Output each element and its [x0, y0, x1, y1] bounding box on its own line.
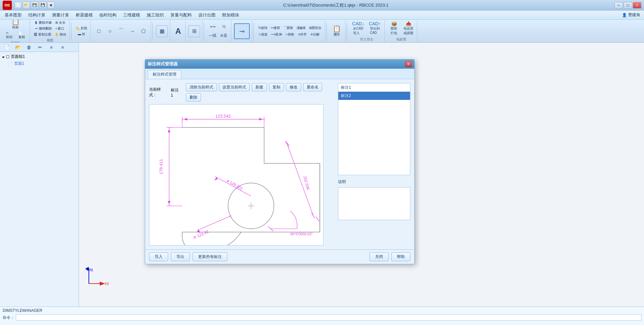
save-btn[interactable]: 💾 [31, 2, 38, 9]
align-btn[interactable]: ≡对齐 [296, 32, 308, 37]
help-btn[interactable]: 帮助 [391, 252, 410, 261]
unpack-btn[interactable]: 📤 包还原成原图 [402, 20, 415, 36]
rectangle-tool[interactable]: □ [93, 27, 104, 36]
style-list-item-1[interactable]: 标注2 [338, 92, 410, 100]
menu-construction[interactable]: 施工组织 [143, 11, 167, 19]
saveas-btn[interactable]: 💾 [39, 2, 46, 9]
export-btn[interactable]: 导出 [171, 252, 190, 261]
dialog-footer: 导入 导出 更新所有标注 关闭 帮助 [145, 249, 414, 264]
hatch-tool[interactable]: ▦ [156, 25, 168, 37]
minimize-btn[interactable]: − [614, 2, 623, 9]
tree-root[interactable]: ▸ ☐ 页面组1 [1, 53, 77, 60]
cad-label: 导入导出 [360, 37, 373, 42]
style-list[interactable]: 标注1 标注2 [338, 83, 410, 175]
dialog-tab-main[interactable]: 标注样式管理 [148, 70, 181, 79]
close-btn[interactable]: × [633, 2, 641, 9]
tree-root-icon: ▸ [3, 55, 5, 59]
new-style-btn[interactable]: 新建 [252, 83, 267, 91]
copy-btn[interactable]: 📄复制 [16, 31, 28, 40]
clear-style-btn[interactable]: 清除当前样式 [186, 83, 217, 91]
circle-tool[interactable]: ○ [105, 27, 115, 36]
explode-btn[interactable]: ✳分解 [309, 32, 321, 37]
delete-obj-btn[interactable]: 🗑 删除对象 [33, 20, 53, 26]
close-btn[interactable]: 关闭 [370, 252, 389, 261]
align-left-btn[interactable]: ≡ [46, 43, 57, 52]
menu-design-drawing[interactable]: 设计出图 [195, 11, 219, 19]
properties-btn[interactable]: 📋 属性 [330, 24, 343, 38]
active-dim-btn[interactable]: ⊸ [234, 23, 250, 39]
polyline-btn[interactable]: 📐 折线 [75, 25, 89, 31]
tree-root-checkbox[interactable]: ☐ [6, 55, 10, 59]
description-label: 说明 [338, 179, 410, 185]
style-list-item-0[interactable]: 标注1 [338, 83, 410, 92]
undo-delete-btn[interactable]: ↩ 撤销删除 [34, 26, 53, 32]
modify-style-btn[interactable]: 修改 [286, 83, 301, 91]
offset-btn[interactable]: ⇶偏移 [295, 25, 307, 31]
align-dim-btn[interactable]: ⟺ [207, 22, 218, 31]
set-current-btn[interactable]: 设置当前样式 [219, 83, 250, 91]
arrow-tool[interactable]: → [127, 27, 138, 36]
menu-structural[interactable]: 结构计算 [25, 11, 49, 19]
copy-bitmap-btn[interactable]: 🖼 复制位图 [33, 32, 53, 37]
canvas-area[interactable]: X(E) Y(N) 标注样式管理器 × 标注样式管理 当前样式： 标注1 [79, 43, 644, 307]
diameter-dim-btn[interactable]: ⊘直 [219, 31, 229, 40]
rename-style-btn[interactable]: 重命名 [303, 83, 322, 91]
arc-tool[interactable]: ⌒ [116, 27, 126, 36]
rect-btn[interactable]: ▬ 矩 [76, 31, 88, 37]
radius-dim-btn[interactable]: ½ [219, 22, 229, 31]
cut-btn[interactable]: ✂剪切 [3, 31, 15, 40]
dropdown-btn[interactable]: ▼ [47, 2, 55, 9]
dialog-content: 当前样式： 标注1 清除当前样式 设置当前样式 新建 复制 修改 重命名 删除 [145, 79, 414, 249]
dialog-titlebar: 标注样式管理器 × [145, 59, 414, 69]
table-tool[interactable]: ⊞ [188, 25, 200, 37]
view-group: 🗑 删除对象 ⊞ 全全 ↩ 撤销删除 ▪ 窗口 🖼 复制位图 ✋ 拖动 视图 [31, 20, 70, 42]
tree-page1[interactable]: 📄 页面1 [7, 60, 77, 67]
command-input[interactable] [16, 314, 641, 321]
svg-text:X(E): X(E) [105, 282, 109, 286]
group-btn[interactable]: ⊞图组合 [308, 25, 323, 31]
window-btn[interactable]: ▪ 窗口 [54, 26, 66, 32]
fullview-btn[interactable]: ⊞ 全全 [54, 20, 67, 26]
rotate-btn[interactable]: ↻旋转 [257, 25, 269, 31]
delete-page-btn[interactable]: 🗑 [24, 43, 34, 52]
svg-text:60°0'0000.02": 60°0'0000.02" [290, 232, 313, 236]
maximize-btn[interactable]: □ [624, 2, 632, 9]
export-cad-btn[interactable]: CAD↑ 导出到CAD [367, 20, 383, 36]
menu-addon[interactable]: 附加模块 [219, 11, 243, 19]
current-style-value: 标注1 [171, 87, 181, 98]
scale-btn[interactable]: ⤡缩放 [257, 32, 269, 37]
trim-btn[interactable]: ✂修剪 [270, 25, 281, 31]
active-dim-group: ⊸ [232, 20, 252, 42]
extend-btn[interactable]: ⟶延伸 [270, 32, 283, 37]
text-tool[interactable]: A [173, 27, 183, 36]
import-btn[interactable]: 导入 [149, 252, 168, 261]
drag-btn[interactable]: ✋ 拖动 [53, 32, 67, 37]
menu-bridge[interactable]: 桥梁建模 [72, 11, 96, 19]
align-right-btn[interactable]: ≡ [57, 43, 68, 52]
fillet-btn[interactable]: ⌒圆角 [282, 25, 295, 31]
tree-area: ▸ ☐ 页面组1 📄 页面1 [0, 52, 79, 307]
polygon-tool[interactable]: ⬠ [138, 27, 149, 36]
linear-dim-btn[interactable]: —线 [207, 31, 218, 40]
command-label: 命令： [3, 315, 14, 320]
update-all-btn[interactable]: 更新所有标注 [193, 252, 227, 261]
new-page-btn[interactable]: 📄 [1, 43, 12, 52]
pack-btn[interactable]: 📦 图形打包 [387, 20, 400, 36]
paste-btn[interactable]: 📋 粘贴 [9, 20, 22, 31]
import-cad-btn[interactable]: CAD↓ 从CAD导入 [350, 20, 366, 36]
menu-basic-shapes[interactable]: 基本图形 [1, 11, 25, 19]
title-bar: RB 📄 📂 💾 💾 ▼ C:\Users\hai07\Documents\工程… [0, 0, 644, 11]
open-page-btn[interactable]: 📂 [13, 43, 23, 52]
menu-quantity[interactable]: 算量与配料 [167, 11, 195, 19]
chamfer-btn[interactable]: ⌐倒角 [284, 32, 296, 37]
delete-style-btn[interactable]: 删除 [186, 93, 201, 102]
open-btn[interactable]: 📂 [23, 2, 30, 9]
description-box[interactable] [338, 187, 410, 220]
copy-style-btn[interactable]: 复制 [269, 83, 284, 91]
new-btn[interactable]: 📄 [14, 2, 22, 9]
menu-3d[interactable]: 三维建模 [120, 11, 143, 19]
menu-temp-structure[interactable]: 临时结构 [96, 11, 120, 19]
menu-measurement[interactable]: 测量计算 [49, 11, 72, 19]
edit-page-btn[interactable]: ✏ [35, 43, 45, 52]
dialog-close-btn[interactable]: × [405, 61, 412, 67]
